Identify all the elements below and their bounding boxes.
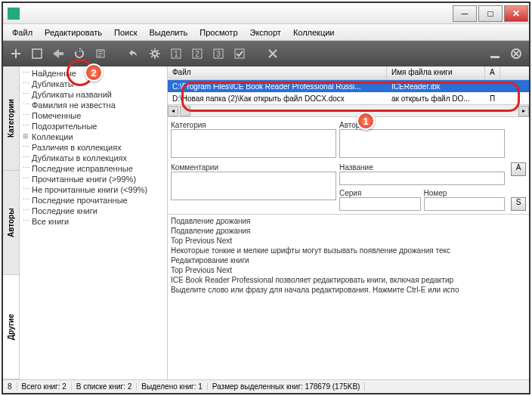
file-list-header: Файл Имя файла книги А xyxy=(168,67,529,80)
tab-categories[interactable]: Категории xyxy=(3,67,19,171)
svg-point-2 xyxy=(153,51,157,56)
book-icon[interactable] xyxy=(27,44,47,63)
help-line: Некоторые тонкие и мелкие шрифты могут в… xyxy=(171,246,526,255)
side-tabs: Категории Авторы Другие xyxy=(3,67,20,379)
refresh-icon[interactable] xyxy=(70,44,89,63)
svg-text:2: 2 xyxy=(195,50,200,58)
titlebar: ─ □ ✕ xyxy=(3,3,529,24)
scroll-thumb[interactable] xyxy=(180,106,190,116)
statusbar: 8 Всего книг: 2 В списке книг: 2 Выделен… xyxy=(3,379,529,393)
help-line: Подавление дрожания xyxy=(171,226,526,236)
status-total: Всего книг: 2 xyxy=(17,382,72,391)
tree-item[interactable]: Дубликаты названий xyxy=(21,89,165,100)
cell-file: D:\Новая папка (2)\Как открыть файл DOCX… xyxy=(168,94,387,104)
col-a[interactable]: А xyxy=(485,67,500,79)
cell-bookname: ICEReader.ibk xyxy=(387,82,485,91)
tree-item[interactable]: Подозрительные xyxy=(21,121,165,131)
tree-item-collections[interactable]: Коллекции xyxy=(21,131,165,142)
tree-item[interactable]: Не прочитанные книги (<99%) xyxy=(21,184,165,195)
main-panel: Файл Имя файла книги А C:\Program Files\… xyxy=(168,67,529,379)
svg-rect-10 xyxy=(490,56,500,58)
svg-rect-9 xyxy=(235,49,244,58)
scroll-right-icon[interactable]: ▸ xyxy=(518,106,529,116)
close-panel-icon[interactable] xyxy=(506,44,526,63)
app-icon xyxy=(8,8,20,20)
a-button[interactable]: A xyxy=(511,162,526,176)
status-size: Размер выделенных книг: 178679 (175KB) xyxy=(208,382,366,391)
tree-item[interactable]: Последние исправленные xyxy=(21,163,165,174)
s-button[interactable]: S xyxy=(511,197,526,211)
maximize-button[interactable]: □ xyxy=(478,5,503,22)
menu-export[interactable]: Экспорт xyxy=(244,26,287,39)
close-button[interactable]: ✕ xyxy=(504,5,528,22)
check-icon[interactable] xyxy=(230,44,249,63)
delete-icon[interactable] xyxy=(263,44,283,63)
cell-bookname: ак открыть файл DO... xyxy=(387,94,485,104)
status-selected: Выделено книг: 1 xyxy=(137,382,207,391)
tab-authors[interactable]: Авторы xyxy=(3,171,19,275)
label-category: Категория xyxy=(171,121,206,129)
svg-rect-0 xyxy=(32,49,42,58)
cell-file: C:\Program Files\ICE Book Reader Profess… xyxy=(168,82,387,91)
file-list: Файл Имя файла книги А C:\Program Files\… xyxy=(168,67,529,117)
undo-icon[interactable] xyxy=(124,44,144,63)
menu-view[interactable]: Просмотр xyxy=(193,26,243,39)
label-comment: Комментарии xyxy=(171,163,218,172)
tab-other[interactable]: Другие xyxy=(3,275,19,379)
text-icon[interactable] xyxy=(91,44,110,63)
help-line: Выделите слово или фразу для начала реда… xyxy=(171,285,526,295)
minimize-button[interactable]: ─ xyxy=(453,5,477,22)
metadata-form: Категория Автор Комментарии Название xyxy=(168,117,529,215)
tree-item[interactable]: Последние прочитанные xyxy=(21,195,165,206)
menu-collections[interactable]: Коллекции xyxy=(287,26,341,39)
category-field[interactable] xyxy=(171,129,336,158)
tree-item[interactable]: Прочитанные книги (>99%) xyxy=(21,174,165,184)
annotation-badge-1: 1 xyxy=(357,112,375,130)
tree-item[interactable]: Фамилия не известна xyxy=(21,100,165,110)
menu-select[interactable]: Выделить xyxy=(144,26,194,39)
category-tree[interactable]: Найденные Дубликаты Дубликаты названий Ф… xyxy=(20,67,168,379)
cell-a: П xyxy=(485,94,500,104)
tree-item[interactable]: Помеченные xyxy=(21,110,165,121)
help-nav: Top Previous Next xyxy=(171,265,526,275)
toolbar: 1 2 3 xyxy=(3,41,529,67)
add-icon[interactable] xyxy=(6,44,26,63)
table-row[interactable]: C:\Program Files\ICE Book Reader Profess… xyxy=(168,80,529,92)
help-nav: Top Previous Next xyxy=(171,236,526,246)
col-bookname[interactable]: Имя файла книги xyxy=(387,67,485,79)
minimize-panel-icon[interactable] xyxy=(485,44,505,63)
num2-icon[interactable]: 2 xyxy=(187,44,207,63)
label-title: Название xyxy=(339,163,373,172)
comment-field[interactable] xyxy=(171,172,336,200)
status-list: В списке книг: 2 xyxy=(72,382,138,391)
tree-item[interactable]: Последние книги xyxy=(21,206,165,216)
export-arrow-icon[interactable] xyxy=(48,44,68,63)
svg-text:3: 3 xyxy=(216,50,221,58)
menu-file[interactable]: Файл xyxy=(6,26,39,39)
horizontal-scrollbar[interactable]: ◂ ▸ xyxy=(168,104,529,116)
help-line: ICE Book Reader Professional позволяет р… xyxy=(171,275,526,285)
scroll-left-icon[interactable]: ◂ xyxy=(168,106,178,116)
menu-search[interactable]: Поиск xyxy=(108,26,143,39)
menu-edit[interactable]: Редактировать xyxy=(39,26,108,39)
help-line: Подавление дрожания xyxy=(171,216,526,226)
annotation-badge-2: 2 xyxy=(85,63,103,82)
app-window: ─ □ ✕ Файл Редактировать Поиск Выделить … xyxy=(2,2,530,394)
series-field[interactable] xyxy=(339,197,421,211)
col-file[interactable]: Файл xyxy=(168,67,387,79)
tree-item[interactable]: Дубликаты в коллекциях xyxy=(21,153,165,163)
svg-text:1: 1 xyxy=(174,50,178,58)
author-field[interactable] xyxy=(339,129,505,158)
num3-icon[interactable]: 3 xyxy=(209,44,228,63)
status-num: 8 xyxy=(3,382,17,391)
help-line: Редактирование книги xyxy=(171,255,526,265)
table-row[interactable]: D:\Новая папка (2)\Как открыть файл DOCX… xyxy=(168,92,529,104)
title-field[interactable] xyxy=(339,172,505,185)
help-text: Подавление дрожания Подавление дрожания … xyxy=(168,215,529,379)
gear-icon[interactable] xyxy=(145,44,165,63)
tree-item[interactable]: Различия в коллекциях xyxy=(21,142,165,153)
label-series: Серия xyxy=(339,189,361,197)
number-field[interactable] xyxy=(424,197,506,211)
tree-item[interactable]: Все книги xyxy=(21,216,165,227)
num1-icon[interactable]: 1 xyxy=(166,44,186,63)
